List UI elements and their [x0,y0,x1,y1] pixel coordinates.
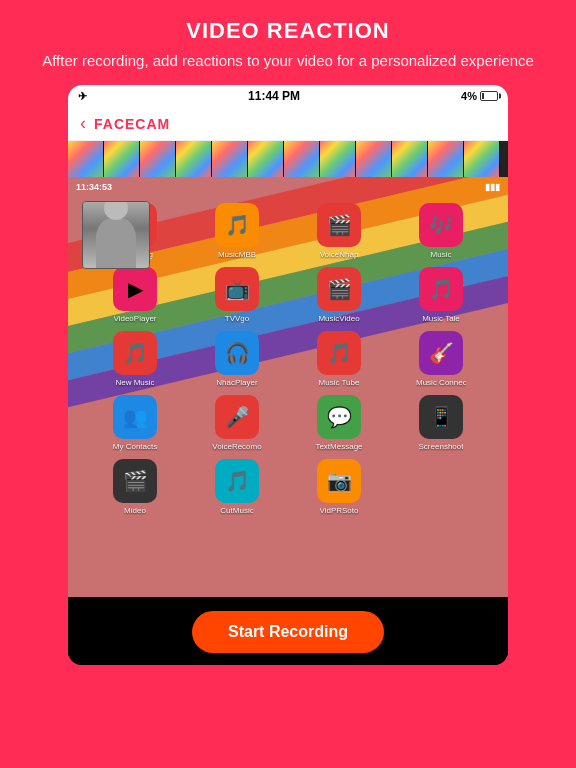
list-item[interactable]: 🎵 MusicMBB [190,203,284,259]
list-item[interactable]: 💬 TextMessage [292,395,386,451]
app-icon-img: 🎬 [317,203,361,247]
page-title: VIDEO REACTION [30,18,546,44]
app-icon-label: Music Tale [422,314,460,323]
app-icon-img: 🎵 [419,267,463,311]
filmstrip-cell [176,141,212,177]
filmstrip-cell [212,141,248,177]
list-item[interactable]: 📷 VidPRSoto [292,459,386,515]
app-icon-label: Mideo [124,506,146,515]
nav-title: FACECAM [94,116,170,132]
app-icon-img: 🎧 [215,331,259,375]
list-item[interactable]: 🎵 New Music [88,331,182,387]
battery-fill [482,93,484,99]
app-icon-label: VidPRSoto [320,506,359,515]
app-icon-label: CutMusic [220,506,253,515]
facecam-video [83,202,149,268]
filmstrip-cell [104,141,140,177]
app-icon-img: 🎵 [113,331,157,375]
airplane-icon: ✈ [78,90,87,103]
app-icon-img: 👥 [113,395,157,439]
status-time: 11:44 PM [248,89,300,103]
app-icon-label: TVVgo [225,314,249,323]
app-icon-label: TextMessage [315,442,362,451]
list-item[interactable]: 🎬 Mideo [88,459,182,515]
list-item[interactable]: 📺 TVVgo [190,267,284,323]
filmstrip-cell [392,141,428,177]
app-icon-label: Music Tube [319,378,360,387]
list-item[interactable]: 📱 Screenshoot [394,395,488,451]
ios-screen: 11:34:53 ▮▮▮ 🔔 NhacTong 🎵 MusicMBB 🎬 Voi… [68,177,508,597]
list-item[interactable]: 🎬 MusicVideo [292,267,386,323]
page-subtitle: Affter recording, add reactions to your … [30,50,546,71]
person-body [96,218,136,268]
app-icon-img: 🎶 [419,203,463,247]
app-icon-label: Screenshoot [419,442,464,451]
app-icon-label: New Music [115,378,154,387]
app-icon-img: 🎤 [215,395,259,439]
app-icon-label: MusicVideo [318,314,359,323]
list-item[interactable]: 🎬 VoiceNhap [292,203,386,259]
person-head [104,201,128,220]
battery-text: 4% [461,90,477,102]
list-item[interactable]: 🎵 CutMusic [190,459,284,515]
nav-bar: ‹ FACECAM [68,107,508,141]
ios-status-bar: 11:34:53 ▮▮▮ [68,177,508,197]
list-item[interactable]: 🎶 Music [394,203,488,259]
app-icon-img: 🎵 [317,331,361,375]
app-icon-img: 🎵 [215,459,259,503]
filmstrip-cell [320,141,356,177]
status-bar: ✈ 11:44 PM 4% [68,85,508,107]
app-icon-label: VideoPlayer [114,314,157,323]
filmstrip [68,141,508,177]
record-button-area: Start Recording [68,597,508,665]
list-item[interactable]: 🎤 VoiceRecomo [190,395,284,451]
app-icon-img: 📺 [215,267,259,311]
filmstrip-cell [284,141,320,177]
app-icon-img: ▶ [113,267,157,311]
app-icon-img: 🎬 [317,267,361,311]
list-item[interactable]: 🎵 Music Tube [292,331,386,387]
filmstrip-cell [248,141,284,177]
status-left: ✈ [78,90,87,103]
app-icon-label: My Contacts [113,442,157,451]
ios-battery: ▮▮▮ [485,182,500,192]
phone-frame: ✈ 11:44 PM 4% ‹ FACECAM [68,85,508,665]
app-icon-img: 🎸 [419,331,463,375]
battery-icon [480,91,498,101]
app-icon-img: 🎵 [215,203,259,247]
app-icon-label: Music Connect [416,378,466,387]
status-right: 4% [461,90,498,102]
filmstrip-cell [428,141,464,177]
list-item[interactable]: ▶ VideoPlayer [88,267,182,323]
list-item[interactable]: 🎵 Music Tale [394,267,488,323]
facecam-overlay [82,201,150,269]
list-item[interactable]: 👥 My Contacts [88,395,182,451]
app-icon-img: 💬 [317,395,361,439]
app-icon-label: NhacPlayer [216,378,257,387]
app-icon-img: 🎬 [113,459,157,503]
filmstrip-cell [140,141,176,177]
app-icon-label: VoiceNhap [320,250,359,259]
app-icon-label: Music [431,250,452,259]
filmstrip-cell [68,141,104,177]
header-section: VIDEO REACTION Affter recording, add rea… [0,0,576,85]
app-icon-label: VoiceRecomo [212,442,261,451]
ios-time: 11:34:53 [76,182,112,192]
list-item[interactable]: 🎸 Music Connect [394,331,488,387]
filmstrip-cell [464,141,500,177]
filmstrip-cell [356,141,392,177]
list-item[interactable]: 🎧 NhacPlayer [190,331,284,387]
app-icon-img: 📱 [419,395,463,439]
back-button[interactable]: ‹ [80,113,86,134]
start-recording-button[interactable]: Start Recording [192,611,384,653]
app-icon-img: 📷 [317,459,361,503]
app-icon-label: MusicMBB [218,250,256,259]
